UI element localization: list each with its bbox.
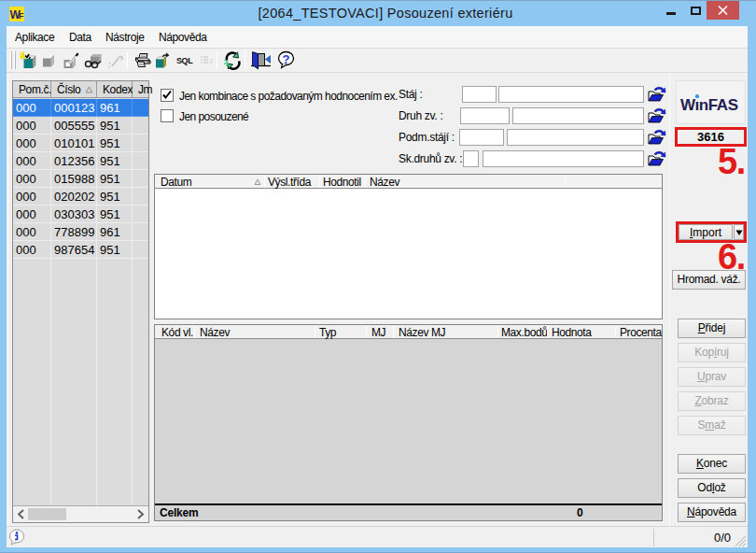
svg-text:ınFAS: ınFAS [695,96,738,114]
svg-text:F: F [19,11,24,21]
svg-text:?: ? [283,52,290,66]
svg-text:W: W [680,96,696,114]
svg-text:SQL: SQL [176,56,193,65]
